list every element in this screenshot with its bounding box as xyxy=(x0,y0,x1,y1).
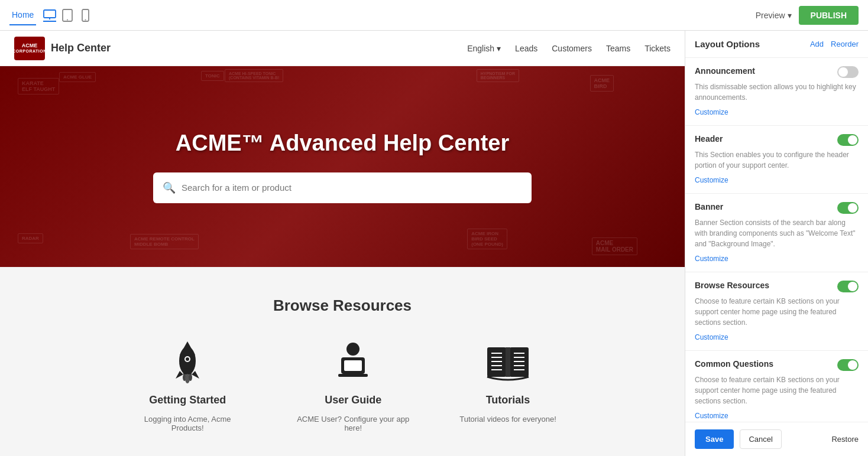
search-icon: 🔍 xyxy=(163,181,176,194)
language-label: English xyxy=(467,44,494,53)
customize-link-announcement[interactable]: Customize xyxy=(695,108,728,116)
teams-link[interactable]: Teams xyxy=(606,44,630,53)
svg-rect-34 xyxy=(506,347,510,377)
cancel-button[interactable]: Cancel xyxy=(740,429,781,449)
svg-point-4 xyxy=(67,19,68,20)
preview-chevron: ▾ xyxy=(788,11,792,20)
tickets-link[interactable]: Tickets xyxy=(644,44,671,53)
toggle-browse-resources[interactable] xyxy=(837,281,859,292)
acme-logo-line1: ACME xyxy=(12,43,46,49)
resource-name-user-guide: User Guide xyxy=(325,394,381,406)
layout-item-name-banner: Banner xyxy=(695,202,723,211)
language-chevron: ▾ xyxy=(497,44,501,53)
hc-nav: ACME CORPORATION Help Center English ▾ L… xyxy=(0,31,685,66)
resource-desc-tutorials: Tutorial videos for everyone! xyxy=(459,415,556,424)
customers-link[interactable]: Customers xyxy=(552,44,592,53)
svg-point-17 xyxy=(186,357,189,361)
svg-marker-12 xyxy=(192,371,199,379)
layout-item-desc-banner: Banner Section consists of the search ba… xyxy=(695,217,859,249)
customize-link-browse-resources[interactable]: Customize xyxy=(695,333,728,341)
add-button[interactable]: Add xyxy=(810,40,824,48)
resource-desc-getting-started: Logging into Acme, Acme Products! xyxy=(128,415,247,432)
hc-logo: ACME CORPORATION Help Center xyxy=(14,37,111,60)
resource-name-tutorials: Tutorials xyxy=(486,394,530,406)
browse-title: Browse Resources xyxy=(24,297,661,315)
banner-content: ACME™ Advanced Help Center 🔍 xyxy=(0,131,685,203)
preview-button[interactable]: Preview ▾ xyxy=(756,11,792,20)
svg-rect-21 xyxy=(338,374,368,377)
toggle-header[interactable] xyxy=(837,134,859,146)
layout-item-header-announcement: Announcement xyxy=(695,66,859,78)
user-guide-icon xyxy=(329,338,377,386)
layout-item-name-common-questions: Common Questions xyxy=(695,359,773,369)
banner-section: KARATEELF TAUGHT ACME GLUE TONIC ACME HI… xyxy=(0,66,685,267)
layout-item-header-banner: Banner xyxy=(695,202,859,214)
panel-header: Layout Options Add Reorder xyxy=(685,31,868,58)
search-input[interactable] xyxy=(182,183,522,193)
customize-link-banner[interactable]: Customize xyxy=(695,255,728,263)
panel-title: Layout Options xyxy=(695,39,760,49)
language-selector[interactable]: English ▾ xyxy=(467,44,501,53)
acme-logo-line2: CORPORATION xyxy=(12,49,46,54)
reorder-button[interactable]: Reorder xyxy=(831,40,859,48)
svg-rect-20 xyxy=(344,360,362,371)
save-button[interactable]: Save xyxy=(695,429,734,449)
tutorials-icon xyxy=(484,338,532,386)
layout-item-name-browse-resources: Browse Resources xyxy=(695,281,769,290)
tablet-icon[interactable] xyxy=(61,9,74,22)
main-layout: ACME CORPORATION Help Center English ▾ L… xyxy=(0,31,868,456)
layout-item-name-announcement: Announcement xyxy=(695,66,755,76)
publish-button[interactable]: PUBLISH xyxy=(799,6,859,25)
resource-item-user-guide[interactable]: User Guide ACME User? Configure your app… xyxy=(294,338,412,432)
leads-link[interactable]: Leads xyxy=(515,44,537,53)
layout-item-header-header: Header xyxy=(695,134,859,146)
layout-item-announcement: Announcement This dismissable section al… xyxy=(685,58,868,126)
panel-actions: Add Reorder xyxy=(810,40,859,48)
layout-item-desc-browse-resources: Choose to feature certain KB sections on… xyxy=(695,296,859,328)
layout-item-header-common-questions: Common Questions xyxy=(695,359,859,371)
layout-sections: Announcement This dismissable section al… xyxy=(685,58,868,456)
layout-item-header-browse-resources: Browse Resources xyxy=(695,281,859,292)
resource-name-getting-started: Getting Started xyxy=(149,394,226,406)
svg-point-18 xyxy=(346,343,359,356)
layout-item-desc-announcement: This dismissable section allows you to h… xyxy=(695,82,859,103)
device-icons xyxy=(43,9,92,22)
hc-title: Help Center xyxy=(51,42,111,54)
restore-button[interactable]: Restore xyxy=(831,435,859,444)
layout-item-browse-resources: Browse Resources Choose to feature certa… xyxy=(685,272,868,351)
top-bar: Home Preview ▾ PUBLISH xyxy=(0,0,868,31)
resource-item-getting-started[interactable]: Getting Started Logging into Acme, Acme … xyxy=(128,338,247,432)
toggle-banner[interactable] xyxy=(837,202,859,214)
svg-rect-0 xyxy=(44,10,56,18)
footer-actions: Save Cancel xyxy=(695,429,782,449)
resource-grid: Getting Started Logging into Acme, Acme … xyxy=(24,338,661,432)
home-tab[interactable]: Home xyxy=(9,5,36,25)
toggle-common-questions[interactable] xyxy=(837,359,859,371)
toggle-announcement[interactable] xyxy=(837,66,859,78)
mobile-icon[interactable] xyxy=(79,9,92,22)
desktop-icon[interactable] xyxy=(43,9,56,22)
browse-resources-section: Browse Resources xyxy=(0,267,685,456)
resource-desc-user-guide: ACME User? Configure your app here! xyxy=(294,415,412,432)
hc-nav-links: English ▾ Leads Customers Teams Tickets xyxy=(467,44,671,53)
layout-item-header: Header This Section enables you to confi… xyxy=(685,126,868,194)
layout-item-common-questions: Common Questions Choose to feature certa… xyxy=(685,351,868,429)
layout-item-desc-header: This Section enables you to configure th… xyxy=(695,149,859,171)
search-bar[interactable]: 🔍 xyxy=(153,172,532,203)
svg-marker-8 xyxy=(180,341,195,355)
panel-footer: Save Cancel Restore xyxy=(685,422,868,456)
svg-point-15 xyxy=(189,374,192,381)
preview-area: ACME CORPORATION Help Center English ▾ L… xyxy=(0,31,685,456)
layout-item-banner: Banner Banner Section consists of the se… xyxy=(685,194,868,272)
preview-label: Preview xyxy=(756,11,785,20)
acme-logo-image: ACME CORPORATION xyxy=(14,37,45,60)
resource-item-tutorials[interactable]: Tutorials Tutorial videos for everyone! xyxy=(459,338,556,432)
customize-link-common-questions[interactable]: Customize xyxy=(695,412,728,420)
banner-title: ACME™ Advanced Help Center xyxy=(176,131,509,156)
right-panel: Layout Options Add Reorder Announcement … xyxy=(685,31,868,456)
layout-item-desc-common-questions: Choose to feature certain KB sections on… xyxy=(695,374,859,406)
svg-marker-11 xyxy=(176,371,183,379)
customize-link-header[interactable]: Customize xyxy=(695,176,728,184)
layout-item-name-header: Header xyxy=(695,134,723,144)
svg-point-6 xyxy=(85,19,86,20)
